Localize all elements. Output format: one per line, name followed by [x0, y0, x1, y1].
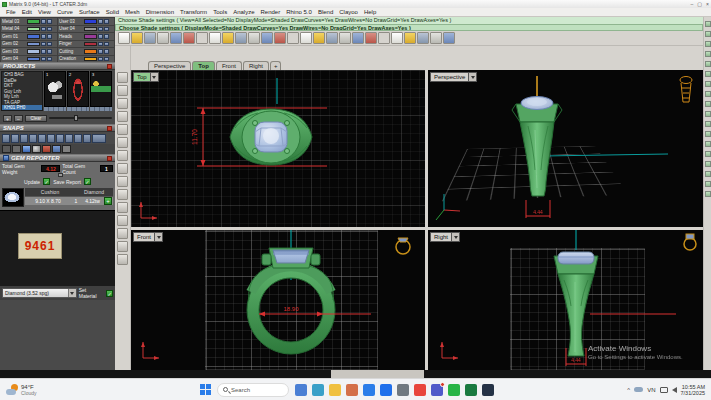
near-icon[interactable]	[11, 134, 19, 143]
side-tool-icon[interactable]	[705, 81, 711, 87]
pan-icon[interactable]	[287, 32, 299, 44]
viewport-label-front[interactable]: Front	[133, 232, 163, 242]
delete-icon[interactable]	[222, 32, 234, 44]
side-tool-icon[interactable]	[705, 151, 711, 157]
command-prompt-line[interactable]: Choose Shade settings ( DisplayMode=Shad…	[115, 24, 703, 31]
material-icon[interactable]	[42, 145, 51, 153]
view-tool-icon[interactable]	[117, 150, 128, 161]
view-tool-icon[interactable]	[117, 111, 128, 122]
layer-row[interactable]: Cutting	[58, 48, 114, 55]
layer-lock-button[interactable]	[104, 34, 109, 39]
viewport-menu-icon[interactable]	[452, 232, 460, 242]
layer-color-swatch[interactable]	[84, 34, 97, 39]
save-icon[interactable]	[144, 32, 156, 44]
side-tool-icon[interactable]	[705, 111, 711, 117]
tab-top[interactable]: Top	[192, 61, 215, 70]
layer-visibility-button[interactable]	[41, 19, 46, 24]
menu-clayoo[interactable]: Clayoo	[336, 9, 361, 15]
viewport-label-perspective[interactable]: Perspective	[430, 72, 477, 82]
measure-icon[interactable]	[430, 32, 442, 44]
view-tool-icon[interactable]	[117, 72, 128, 83]
disable-icon[interactable]	[92, 134, 106, 143]
move-icon[interactable]	[313, 32, 325, 44]
side-tool-icon[interactable]	[705, 181, 711, 187]
viewport-top[interactable]: 11.70 Top	[131, 70, 425, 227]
thumbnail-buttons[interactable]	[44, 107, 66, 111]
project-thumbnail[interactable]: 3	[90, 71, 112, 111]
side-tool-icon[interactable]	[705, 141, 711, 147]
chrome-icon[interactable]	[414, 384, 426, 396]
material-dropdown[interactable]: Diamond (3.52 spg)	[2, 288, 77, 298]
viewport-menu-icon[interactable]	[151, 72, 159, 82]
panel-close-icon[interactable]	[107, 126, 112, 131]
maximize-button[interactable]: ▢	[697, 1, 702, 7]
start-button[interactable]	[200, 384, 211, 395]
calculator-icon[interactable]	[397, 384, 409, 396]
cut-icon[interactable]	[183, 32, 195, 44]
thumbnail-buttons[interactable]	[67, 107, 89, 111]
layer-lock-button[interactable]	[104, 27, 109, 32]
view-tool-icon[interactable]	[117, 176, 128, 187]
layer-visibility-button[interactable]	[98, 34, 103, 39]
knot-icon[interactable]	[83, 134, 91, 143]
layer-row[interactable]: Gem 04	[1, 56, 57, 63]
menu-render[interactable]: Render	[258, 9, 284, 15]
undo-icon[interactable]	[235, 32, 247, 44]
viewport-label-top[interactable]: Top	[133, 72, 159, 82]
projects-list[interactable]: CH3 BAG DaiDe DKT Guy Lnh My Lnh TA GAP …	[1, 71, 43, 111]
update-button[interactable]: ✓	[43, 178, 50, 185]
side-tool-icon[interactable]	[705, 31, 711, 37]
menu-solid[interactable]: Solid	[103, 9, 122, 15]
layer-visibility-button[interactable]	[41, 34, 46, 39]
viewport-menu-icon[interactable]	[155, 232, 163, 242]
menu-file[interactable]: File	[3, 9, 19, 15]
layer-lock-button[interactable]	[104, 49, 109, 54]
layer-row[interactable]: Gem 01	[1, 33, 57, 40]
close-button[interactable]: ×	[706, 1, 709, 7]
excel-icon[interactable]	[465, 384, 477, 396]
view-tool-icon[interactable]	[117, 189, 128, 200]
layer-lock-button[interactable]	[47, 42, 52, 47]
zoom-window-icon[interactable]	[261, 32, 273, 44]
file-explorer-icon[interactable]	[329, 384, 341, 396]
menu-view[interactable]: View	[35, 9, 54, 15]
side-tool-icon[interactable]	[705, 61, 711, 67]
viewport-label-right[interactable]: Right	[430, 232, 460, 242]
layer-row[interactable]: Gem 02	[1, 41, 57, 48]
layer-color-swatch[interactable]	[27, 34, 40, 39]
layer-visibility-button[interactable]	[41, 42, 46, 47]
blue-tool-icon[interactable]	[52, 145, 61, 153]
layer-visibility-button[interactable]	[98, 49, 103, 54]
tab-perspective[interactable]: Perspective	[148, 61, 191, 70]
menu-dimension[interactable]: Dimension	[143, 9, 177, 15]
layer-row[interactable]: Metal 04	[1, 26, 57, 33]
panel-close-icon[interactable]	[107, 64, 112, 69]
side-tool-icon[interactable]	[705, 101, 711, 107]
trim-icon[interactable]	[378, 32, 390, 44]
gem-add-button[interactable]: +	[104, 197, 112, 205]
preview-icon[interactable]	[170, 32, 182, 44]
layer-color-swatch[interactable]	[27, 27, 40, 32]
tan-icon[interactable]	[65, 134, 73, 143]
viewport-right[interactable]: 4.44 Activate Windows Go to Settings to …	[428, 230, 703, 370]
zoom-extents-icon[interactable]	[274, 32, 286, 44]
cen-icon[interactable]	[38, 134, 46, 143]
language-indicator[interactable]: VN	[647, 387, 655, 393]
layer-color-swatch[interactable]	[84, 19, 97, 24]
int-icon[interactable]	[47, 134, 55, 143]
layer-lock-button[interactable]	[104, 57, 109, 62]
minimize-button[interactable]: –	[691, 1, 694, 7]
layer-color-swatch[interactable]	[84, 57, 97, 62]
gray-tool-icon[interactable]	[62, 145, 71, 153]
menu-analyze[interactable]: Analyze	[230, 9, 257, 15]
task-view-icon[interactable]	[295, 384, 307, 396]
viewport-perspective[interactable]: 4.44 Perspective	[428, 70, 703, 227]
scale-icon[interactable]	[339, 32, 351, 44]
thumbnail-buttons[interactable]	[90, 107, 112, 111]
view-tool-icon[interactable]	[117, 254, 128, 265]
view-tool-icon[interactable]	[117, 124, 128, 135]
view-tool-icon[interactable]	[117, 228, 128, 239]
redo-icon[interactable]	[248, 32, 260, 44]
layer-row[interactable]: Gem 03	[1, 48, 57, 55]
view-tool-icon[interactable]	[117, 85, 128, 96]
